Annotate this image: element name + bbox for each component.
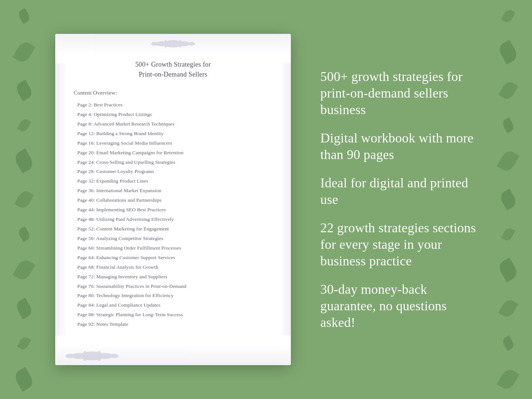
- toc-item: Page 4: Optimizing Product Listings: [74, 111, 272, 119]
- toc-title: Optimizing Product Listings: [94, 112, 152, 117]
- toc-item: Page 44: Implementing SEO Best Practices: [74, 206, 272, 214]
- svg-point-6: [165, 40, 167, 42]
- toc-title: Sustainability Practices in Print-on-Dem…: [96, 283, 187, 289]
- toc-title: Enhancing Customer Support Services: [96, 255, 175, 260]
- svg-point-3: [151, 42, 158, 46]
- svg-point-16: [84, 351, 86, 354]
- svg-point-18: [84, 359, 86, 361]
- toc-page-number: Page 12:: [77, 131, 95, 136]
- toc-item: Page 40: Collaborations and Partnerships: [74, 197, 272, 204]
- features-panel: 500+ growth strategies for print-on-dema…: [313, 68, 477, 331]
- toc-list: Page 2: Best PracticesPage 4: Optimizing…: [74, 101, 272, 328]
- svg-point-4: [188, 42, 195, 46]
- toc-page-number: Page 92:: [77, 321, 95, 327]
- toc-page-number: Page 28:: [77, 169, 95, 174]
- toc-item: Page 64: Enhancing Customer Support Serv…: [74, 254, 272, 262]
- toc-title: Leveraging Social Media Influencers: [96, 140, 172, 146]
- svg-point-17: [98, 351, 101, 354]
- toc-page-number: Page 24:: [77, 159, 95, 165]
- feature-text-0: 500+ growth strategies for print-on-dema…: [320, 68, 477, 118]
- toc-page-number: Page 84:: [77, 302, 95, 308]
- svg-point-13: [66, 354, 74, 358]
- toc-page-number: Page 44:: [77, 207, 95, 212]
- toc-title: Technology Integration for Efficiency: [96, 293, 173, 298]
- toc-item: Page 48: Utilizing Paid Advertising Effe…: [74, 216, 272, 223]
- toc-title: Implementing SEO Best Practices: [96, 207, 166, 212]
- toc-page-number: Page 68:: [77, 264, 95, 270]
- toc-title: Streamlining Order Fulfillment Processes: [96, 245, 182, 251]
- svg-point-14: [110, 354, 119, 358]
- svg-point-8: [165, 45, 167, 47]
- toc-page-number: Page 40:: [77, 197, 95, 203]
- toc-title: Utilizing Paid Advertising Effectively: [96, 216, 174, 222]
- toc-item: Page 92: Notes Template: [74, 321, 272, 328]
- toc-page-number: Page 16:: [77, 140, 95, 146]
- toc-item: Page 68: Financial Analysis for Growth: [74, 264, 272, 271]
- doc-title-line2: Print-on-Demand Sellers: [139, 71, 207, 78]
- toc-page-number: Page 36:: [77, 188, 95, 193]
- main-content: 500+ Growth Strategies for Print-on-Dema…: [0, 0, 532, 399]
- toc-title: Analyzing Competitor Strategies: [96, 236, 163, 241]
- svg-point-5: [171, 42, 175, 46]
- toc-page-number: Page 52:: [77, 226, 95, 232]
- toc-title: Managing Inventory and Suppliers: [96, 274, 168, 279]
- toc-item: Page 2: Best Practices: [74, 101, 272, 109]
- doc-side-right: [280, 63, 291, 336]
- toc-item: Page 24: Cross-Selling and Upselling Str…: [74, 159, 272, 166]
- toc-page-number: Page 4:: [77, 112, 92, 117]
- toc-item: Page 84: Legal and Compliance Updates: [74, 301, 272, 309]
- toc-item: Page 12: Building a Strong Brand Identit…: [74, 130, 272, 138]
- svg-point-15: [90, 354, 94, 358]
- floral-top-icon: [144, 38, 202, 50]
- feature-text-1: Digital workbook with more than 90 pages: [320, 130, 477, 163]
- feature-text-4: 30-day money-back guarantee, no question…: [320, 281, 477, 331]
- toc-item: Page 88: Strategic Planning for Long-Ter…: [74, 311, 272, 319]
- toc-item: Page 32: Expanding Product Lines: [74, 177, 272, 185]
- toc-page-number: Page 60:: [77, 245, 95, 251]
- document-panel: 500+ Growth Strategies for Print-on-Dema…: [55, 34, 291, 365]
- toc-page-number: Page 72:: [77, 274, 95, 279]
- svg-point-7: [179, 40, 182, 42]
- toc-title: Best Practices: [94, 102, 123, 107]
- toc-item: Page 60: Streamlining Order Fulfillment …: [74, 244, 272, 252]
- toc-title: Notes Template: [96, 321, 128, 327]
- toc-page-number: Page 2:: [77, 102, 92, 107]
- toc-title: Expanding Product Lines: [96, 178, 148, 184]
- document-title: 500+ Growth Strategies for Print-on-Dema…: [74, 60, 272, 80]
- toc-item: Page 80: Technology Integration for Effi…: [74, 292, 272, 300]
- toc-item: Page 52: Content Marketing for Engagemen…: [74, 225, 272, 233]
- toc-item: Page 16: Leveraging Social Media Influen…: [74, 140, 272, 147]
- toc-item: Page 56: Analyzing Competitor Strategies: [74, 235, 272, 243]
- toc-page-number: Page 32:: [77, 178, 95, 184]
- toc-item: Page 8: Advanced Market Research Techniq…: [74, 120, 272, 128]
- floral-bottom-icon: [55, 349, 129, 363]
- feature-text-2: Ideal for digital and printed use: [320, 175, 477, 208]
- toc-page-number: Page 8:: [77, 121, 92, 127]
- toc-item: Page 72: Managing Inventory and Supplier…: [74, 273, 272, 281]
- doc-top-decoration: [55, 34, 291, 54]
- toc-title: Email Marketing Campaigns for Retention: [96, 150, 184, 155]
- toc-item: Page 36: International Market Expansion: [74, 187, 272, 195]
- feature-text-3: 22 growth strategies sections for every …: [320, 220, 477, 269]
- toc-page-number: Page 64:: [77, 255, 95, 260]
- doc-side-left: [55, 63, 66, 336]
- toc-title: International Market Expansion: [96, 188, 161, 193]
- toc-title: Cross-Selling and Upselling Strategies: [96, 159, 176, 165]
- toc-page-number: Page 56:: [77, 236, 95, 241]
- toc-title: Customer Loyalty Programs: [96, 169, 154, 174]
- toc-title: Advanced Market Research Techniques: [94, 121, 175, 127]
- toc-item: Page 20: Email Marketing Campaigns for R…: [74, 149, 272, 157]
- toc-title: Building a Strong Brand Identity: [96, 131, 164, 136]
- doc-title-line1: 500+ Growth Strategies for: [135, 61, 211, 68]
- toc-page-number: Page 80:: [77, 293, 95, 298]
- toc-title: Legal and Compliance Updates: [96, 302, 161, 308]
- toc-page-number: Page 20:: [77, 150, 95, 155]
- toc-title: Strategic Planning for Long-Term Success: [96, 312, 183, 317]
- toc-item: Page 28: Customer Loyalty Programs: [74, 168, 272, 176]
- toc-item: Page 76: Sustainability Practices in Pri…: [74, 283, 272, 290]
- toc-page-number: Page 76:: [77, 283, 95, 289]
- svg-point-9: [179, 45, 182, 47]
- toc-page-number: Page 88:: [77, 312, 95, 317]
- doc-bottom-decoration: [55, 345, 291, 365]
- svg-point-19: [98, 359, 101, 361]
